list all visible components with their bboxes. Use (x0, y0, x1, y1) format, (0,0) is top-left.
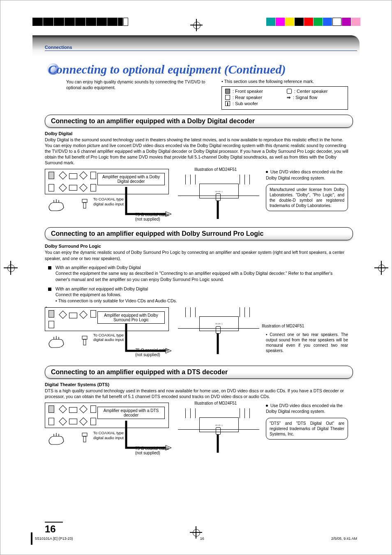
coax-label: To COAXIAL type digital audio input (93, 431, 126, 440)
svg-rect-0 (82, 199, 87, 203)
front-speaker-icon (90, 310, 96, 318)
registration-swatches (266, 18, 360, 26)
section2-bullet2: With an amplifier not equipped with Dolb… (45, 286, 360, 304)
section1-subhead: Dolby Digital (45, 131, 360, 136)
intro-reference-note: • This section uses the following refere… (221, 79, 360, 84)
bullet2-head: With an amplifier not equipped with Dolb… (55, 286, 148, 291)
svg-rect-1 (83, 203, 86, 208)
intro-right: • This section uses the following refere… (221, 79, 360, 110)
dolby-trademark-box: Manufactured under license from Dolby La… (266, 184, 348, 211)
coax-plug-icon (216, 427, 221, 435)
intro-left-text: You can enjoy high quality dynamic sound… (66, 79, 214, 110)
hand-icon (48, 432, 65, 445)
diamond-icon (79, 184, 88, 192)
hand-icon (48, 335, 65, 348)
section3-amp-diagram: Amplifier equipped with a DTS decoder To… (45, 403, 172, 456)
asterisk-icon: * (46, 306, 47, 310)
coax-plug-icon (216, 326, 221, 334)
rear-speaker-icon (90, 418, 96, 425)
cable-down-icon (216, 334, 219, 354)
bullet2-sub: • This connection is only suitable for V… (55, 298, 177, 303)
sub-woofer-icon (69, 185, 77, 191)
bullet1-body: Connect the equipment the same way as de… (55, 271, 332, 282)
legend-signal: : Signal flow (293, 94, 317, 101)
crop-mark-bottom (192, 528, 200, 537)
legend-box: : Front speaker : Center speaker : Rear … (221, 86, 348, 110)
side-bullet: Use DVD video discs encoded via the Dolb… (266, 403, 348, 414)
crop-mark-right (377, 263, 386, 272)
amp-label: Amplifier equipped with a Dolby Digital … (97, 173, 165, 185)
section3-side-notes: Use DVD video discs encoded via the Dolb… (266, 403, 348, 439)
coax-label: To COAXIAL type digital audio input (93, 197, 126, 206)
section2-heading: Connecting to an amplifier equipped with… (45, 227, 353, 240)
page-title: Connecting to optional equipment (Contin… (48, 62, 360, 76)
front-speaker-icon (90, 172, 96, 179)
side-bullet: Use DVD video discs encoded via the Dolb… (266, 169, 348, 180)
diamond-icon (59, 171, 67, 180)
square-bullet-icon (48, 288, 51, 291)
content-area: Connections Connecting to optional equip… (45, 45, 360, 530)
rear-speaker-icon (90, 184, 96, 191)
section2-body: You can enjoy the dynamic realistic soun… (45, 249, 349, 261)
breadcrumb-underline (45, 51, 357, 51)
diamond-icon (59, 184, 67, 192)
diamond-icon (79, 311, 88, 319)
diamond-icon (59, 405, 67, 413)
cable-down-icon (216, 201, 219, 219)
section2-subhead: Dolby Surround Pro Logic (45, 244, 360, 249)
legend-center: : Center speaker (294, 88, 327, 94)
svg-rect-9 (83, 436, 86, 442)
section-breadcrumb: Connections (45, 45, 360, 50)
jack-icon (81, 432, 88, 443)
bullet-icon (266, 405, 268, 407)
section1-body: Dolby Digital is the surround sound tech… (45, 137, 349, 166)
jack-icon (81, 198, 88, 209)
crop-mark-left (6, 263, 15, 272)
bullet-icon (266, 171, 268, 173)
rear-speaker-icon (48, 321, 54, 328)
section2-side-notes: • Connect one or two rear speakers. The … (266, 329, 348, 353)
rear-speaker-icon (48, 184, 54, 191)
signal-flow-icon: ⇒ (287, 94, 291, 101)
tv-caption: Illustration of MD24F51 (194, 401, 237, 405)
section3-diagram-row: Amplifier equipped with a DTS decoder To… (45, 403, 360, 456)
diamond-icon (79, 405, 88, 413)
diamond-icon (79, 417, 88, 426)
rear-speaker-icon (48, 418, 54, 425)
front-speaker-icon (90, 405, 96, 413)
page-title-text: Connecting to optional equipment (Contin… (48, 62, 286, 76)
legend-front: : Front speaker (233, 88, 263, 94)
bullet1-head: With an amplifier equipped with Dolby Di… (55, 265, 141, 270)
page-number: 16 (45, 522, 63, 535)
crop-mark-top (192, 21, 201, 29)
amp-label: Amplifier equipped with a DTS decoder (97, 407, 165, 419)
legend-rear: : Rear speaker (233, 94, 262, 101)
sub-woofer-icon (225, 101, 230, 106)
registration-marks (32, 18, 360, 30)
cable-label: 75 Ω coaxial cable (not supplied) (135, 212, 172, 221)
cable-label: 75 Ω coaxial cable (not supplied) (135, 348, 172, 357)
cable-label: 75 Ω coaxial cable (not supplied) (135, 446, 172, 455)
svg-rect-5 (83, 339, 86, 345)
section1-side-notes: Use DVD video discs encoded via the Dolb… (266, 169, 348, 211)
section1-diagram-row: Amplifier equipped with a Dolby Digital … (45, 169, 360, 222)
legend-sub: : Sub woofer (233, 101, 258, 107)
section2-tv-diagram: ▭ ▭ ○ Illustration of MD24F51 (178, 307, 260, 361)
diamond-icon (59, 311, 67, 319)
section1-tv-diagram: Illustration of MD24F51 ▭ ▭ ○ (178, 169, 260, 222)
rear-speaker-icon (225, 95, 230, 100)
coax-label: To COAXIAL type digital audio input (93, 333, 126, 342)
footer-left: 5S10101A [E] (P13-23) (35, 537, 73, 541)
diamond-icon (59, 417, 67, 426)
side-bullet-text: Use DVD video discs encoded via the Dolb… (266, 403, 343, 414)
center-speaker-icon (69, 313, 77, 318)
section2-bullet1: With an amplifier equipped with Dolby Di… (45, 265, 360, 283)
footer-bar-icon (31, 532, 32, 545)
hand-icon (48, 198, 65, 212)
rear-speaker-note: • Connect one or two rear speakers. The … (266, 332, 348, 353)
section3-tv-diagram: Illustration of MD24F51 ▭ ▭ ○ (178, 403, 260, 456)
section3-subhead: Digital Theater Systems (DTS) (45, 382, 360, 387)
page: Connections Connecting to optional equip… (0, 0, 392, 555)
registration-left (32, 18, 129, 26)
cable-down-icon (216, 435, 219, 453)
